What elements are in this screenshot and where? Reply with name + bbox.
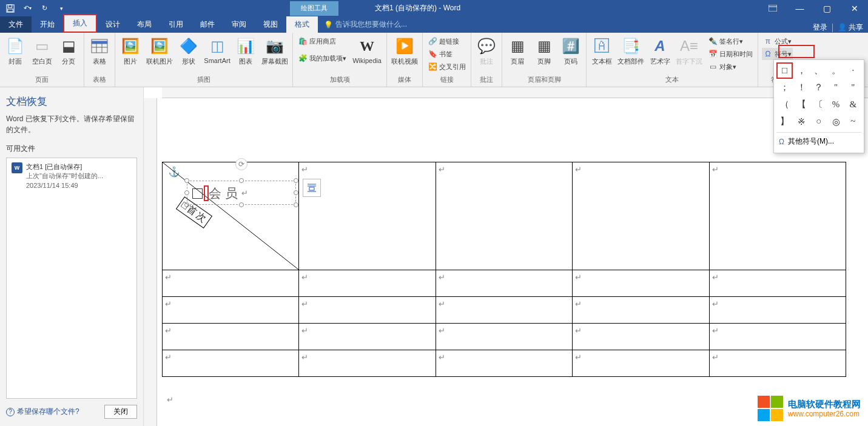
- symbol-cell[interactable]: □: [776, 62, 793, 79]
- symbol-cell[interactable]: &: [845, 96, 861, 113]
- symbol-cell[interactable]: ，: [793, 62, 810, 79]
- wikipedia-button[interactable]: WWikipedia: [350, 35, 384, 65]
- rotate-handle-icon[interactable]: ⟳: [235, 158, 247, 170]
- share-button[interactable]: 👤 共享: [838, 22, 863, 33]
- textbox-text[interactable]: 会员↵: [187, 181, 295, 205]
- hyperlink-button[interactable]: 🔗超链接: [426, 35, 467, 47]
- online-picture-button[interactable]: 🖼️联机图片: [144, 35, 175, 67]
- smartart-button[interactable]: ◫SmartArt: [203, 35, 232, 65]
- docparts-button[interactable]: 📑文档部件: [616, 35, 646, 67]
- document-canvas[interactable]: ⚓ ⟳: [144, 87, 868, 426]
- save-icon[interactable]: [4, 2, 17, 15]
- symbol-cell[interactable]: ": [828, 79, 844, 96]
- table-cell[interactable]: ↵: [436, 270, 572, 297]
- table-cell[interactable]: ↵: [573, 297, 709, 324]
- close-icon[interactable]: ✕: [841, 0, 868, 16]
- signature-button[interactable]: ✒️签名行 ▾: [707, 35, 754, 47]
- store-button[interactable]: 🛍️应用商店: [297, 35, 348, 47]
- resize-handle[interactable]: [239, 202, 244, 207]
- symbol-cell[interactable]: ": [845, 79, 861, 96]
- tab-references[interactable]: 引用: [160, 16, 192, 33]
- table-cell[interactable]: ↵: [436, 350, 572, 377]
- symbol-cell[interactable]: ·: [845, 62, 861, 79]
- table-cell[interactable]: ↵: [299, 350, 436, 377]
- undo-icon[interactable]: ↶ ▾: [21, 2, 34, 15]
- resize-handle[interactable]: [294, 178, 298, 183]
- table-cell[interactable]: ↵: [573, 270, 709, 297]
- more-symbols-button[interactable]: Ω其他符号(M)...: [776, 132, 861, 150]
- table-cell[interactable]: ↵: [163, 270, 299, 297]
- symbol-cell[interactable]: 、: [810, 62, 827, 79]
- resize-handle[interactable]: [294, 202, 298, 207]
- bookmark-button[interactable]: 🔖书签: [426, 48, 467, 60]
- table-cell[interactable]: ↵: [163, 350, 299, 377]
- table-cell[interactable]: ↵: [436, 162, 572, 270]
- ribbon-display-icon[interactable]: [759, 0, 786, 16]
- table-cell[interactable]: ↵: [299, 297, 436, 324]
- table-cell[interactable]: ↵: [709, 162, 846, 270]
- screenshot-button[interactable]: 📷屏幕截图: [260, 35, 290, 67]
- shapes-button[interactable]: 🔷形状: [176, 35, 201, 67]
- tab-layout[interactable]: 布局: [129, 16, 160, 33]
- picture-button[interactable]: 🖼️图片: [118, 35, 143, 67]
- tab-home[interactable]: 开始: [32, 16, 63, 33]
- symbol-cell[interactable]: 】: [776, 113, 793, 130]
- symbol-cell[interactable]: ※: [793, 113, 810, 130]
- page[interactable]: ⚓ ⟳: [162, 98, 855, 426]
- pagenum-button[interactable]: #️⃣页码: [558, 35, 584, 67]
- symbol-cell[interactable]: 〔: [810, 96, 827, 113]
- object-button[interactable]: ▭对象 ▾: [707, 61, 754, 73]
- symbol-cell[interactable]: ~: [845, 113, 861, 130]
- symbol-cell[interactable]: ？: [810, 79, 827, 96]
- chart-button[interactable]: 📊图表: [233, 35, 258, 67]
- tab-mailings[interactable]: 邮件: [192, 16, 223, 33]
- symbol-cell[interactable]: ；: [776, 79, 793, 96]
- footer-button[interactable]: ▦页脚: [531, 35, 557, 67]
- symbol-cell[interactable]: ○: [810, 113, 827, 130]
- resize-handle[interactable]: [239, 178, 244, 183]
- table-cell[interactable]: ↵: [299, 162, 436, 270]
- tell-me-search[interactable]: 💡告诉我您想要做什么...: [318, 16, 413, 33]
- resize-handle[interactable]: [184, 190, 189, 195]
- textbox-selection[interactable]: ⟳ 会员↵: [187, 181, 296, 205]
- wordart-button[interactable]: A艺术字: [647, 35, 673, 67]
- symbol-cell[interactable]: ！: [793, 79, 810, 96]
- tab-insert[interactable]: 插入: [63, 14, 97, 33]
- textbox-button[interactable]: 🄰文本框: [589, 35, 614, 67]
- tab-design[interactable]: 设计: [97, 16, 129, 33]
- table-cell[interactable]: ↵: [299, 324, 436, 350]
- symbol-cell[interactable]: （: [776, 96, 793, 113]
- datetime-button[interactable]: 📅日期和时间: [707, 48, 754, 60]
- tab-file[interactable]: 文件: [0, 16, 32, 33]
- diagonal-header-cell[interactable]: ⟳ 会员↵: [163, 162, 299, 270]
- symbol-cell[interactable]: %: [828, 96, 844, 113]
- crossref-button[interactable]: 🔀交叉引用: [426, 61, 467, 73]
- table-cell[interactable]: ↵: [709, 270, 846, 297]
- cover-page-button[interactable]: 📄封面: [2, 35, 28, 67]
- comment-button[interactable]: 💬批注: [474, 35, 499, 67]
- tab-view[interactable]: 视图: [255, 16, 286, 33]
- symbol-cell[interactable]: 。: [828, 62, 844, 79]
- tab-review[interactable]: 审阅: [223, 16, 255, 33]
- redo-icon[interactable]: ↻: [38, 2, 51, 15]
- page-break-button[interactable]: ⬓分页: [56, 35, 81, 67]
- table-cell[interactable]: ↵: [573, 162, 709, 270]
- horizontal-ruler[interactable]: [162, 87, 868, 98]
- recovery-close-button[interactable]: 关闭: [104, 405, 137, 419]
- minimize-icon[interactable]: —: [786, 0, 813, 16]
- recovery-help-link[interactable]: ?希望保存哪个文件?: [6, 407, 79, 417]
- table-cell[interactable]: ↵: [163, 324, 299, 350]
- blank-page-button[interactable]: ▭空白页: [29, 35, 55, 67]
- my-addins-button[interactable]: 🧩我的加载项 ▾: [297, 52, 348, 64]
- online-video-button[interactable]: ▶️联机视频: [389, 35, 420, 67]
- table-cell[interactable]: ↵: [163, 297, 299, 324]
- header-button[interactable]: ▦页眉: [505, 35, 530, 67]
- login-link[interactable]: 登录: [813, 22, 827, 33]
- table-cell[interactable]: ↵: [573, 350, 709, 377]
- table-cell[interactable]: ↵: [436, 324, 572, 350]
- symbol-cell[interactable]: ◎: [828, 113, 844, 130]
- recovery-file-item[interactable]: W 文档1 [已自动保存] 上次"自动保存"时创建的... 2023/11/14…: [9, 161, 134, 192]
- maximize-icon[interactable]: ▢: [813, 0, 841, 16]
- resize-handle[interactable]: [294, 190, 298, 195]
- symbol-cell[interactable]: 【: [793, 96, 810, 113]
